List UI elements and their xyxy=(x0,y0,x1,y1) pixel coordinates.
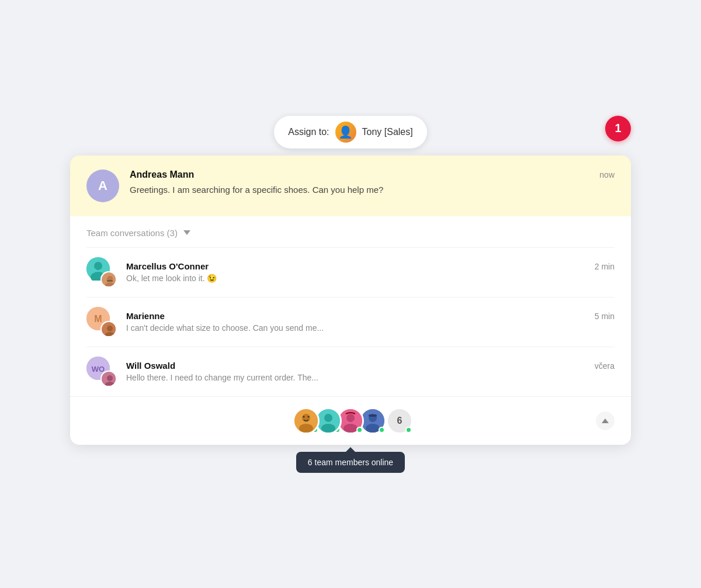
team-conversations-label: Team conversations (3) xyxy=(86,228,178,238)
assign-agent-avatar: 👤 xyxy=(335,122,356,143)
team-conversations-header[interactable]: Team conversations (3) xyxy=(86,216,615,247)
chevron-down-icon xyxy=(183,230,190,235)
online-avatars-group[interactable]: 6 xyxy=(293,407,408,434)
online-avatar-1 xyxy=(293,407,320,434)
conv-preview-marienne: I can't decide what size to choose. Can … xyxy=(126,323,615,333)
svg-rect-6 xyxy=(107,280,113,282)
conversation-item-marcellus[interactable]: Marcellus O'Conner 2 min Ok, let me look… xyxy=(86,247,615,297)
conv-time-will: včera xyxy=(595,361,615,371)
svg-text:WO: WO xyxy=(92,365,105,373)
tooltip-wrapper: 6 team members online xyxy=(70,452,631,473)
bottom-bar: 6 xyxy=(70,396,631,445)
svg-point-26 xyxy=(346,414,355,422)
conv-content-marienne: Marienne 5 min I can't decide what size … xyxy=(126,311,615,333)
online-members-tooltip: 6 team members online xyxy=(296,452,405,473)
conv-time-marienne: 5 min xyxy=(595,312,615,321)
online-dot-count xyxy=(405,427,412,433)
conv-avatar-will: WO xyxy=(86,357,117,387)
notification-badge[interactable]: 1 xyxy=(605,116,631,141)
svg-point-10 xyxy=(107,326,113,331)
conv-preview-will: Hello there. I need to change my current… xyxy=(126,373,615,382)
assign-bar[interactable]: Assign to: 👤 Tony [Sales] xyxy=(274,116,426,148)
conversation-item-marienne[interactable]: M Marienne 5 min xyxy=(86,297,615,347)
highlight-message-row[interactable]: A Andreas Mann now Greetings. I am searc… xyxy=(70,155,631,216)
conv-avatar-marcellus xyxy=(86,257,117,288)
collapse-button[interactable] xyxy=(596,411,615,430)
sender-name: Andreas Mann xyxy=(130,170,194,180)
online-dot-4 xyxy=(379,427,385,433)
assign-agent-name: Tony [Sales] xyxy=(362,127,413,137)
message-body: Greetings. I am searching for a specific… xyxy=(130,184,615,197)
conv-name-marcellus: Marcellus O'Conner xyxy=(126,261,209,271)
conv-avatar-marienne: M xyxy=(86,307,117,337)
svg-text:M: M xyxy=(94,314,102,324)
main-container: Assign to: 👤 Tony [Sales] 1 A Andreas Ma… xyxy=(70,116,631,473)
main-card: A Andreas Mann now Greetings. I am searc… xyxy=(70,155,631,445)
svg-point-23 xyxy=(324,414,332,422)
chevron-up-icon xyxy=(602,418,609,423)
conv-content-will: Will Oswald včera Hello there. I need to… xyxy=(126,361,615,382)
message-timestamp: now xyxy=(599,170,615,179)
conv-name-marienne: Marienne xyxy=(126,311,165,321)
conversation-item-will[interactable]: WO Will Oswald včera xyxy=(86,347,615,396)
sender-avatar: A xyxy=(86,170,119,202)
team-conversations-section: Team conversations (3) xyxy=(70,216,631,396)
conv-time-marcellus: 2 min xyxy=(595,262,615,271)
svg-point-21 xyxy=(308,416,310,417)
assign-bar-wrapper: Assign to: 👤 Tony [Sales] 1 xyxy=(70,116,631,148)
conv-name-will: Will Oswald xyxy=(126,361,175,371)
conv-preview-marcellus: Ok, let me look into it. 😉 xyxy=(126,274,615,283)
svg-point-1 xyxy=(94,262,102,270)
svg-rect-31 xyxy=(369,414,377,417)
highlight-header: Andreas Mann now xyxy=(130,170,615,180)
svg-point-15 xyxy=(107,375,113,381)
online-dot-3 xyxy=(356,427,363,433)
svg-point-20 xyxy=(303,416,305,417)
online-count-badge: 6 xyxy=(384,407,413,434)
highlight-content: Andreas Mann now Greetings. I am searchi… xyxy=(130,170,615,197)
assign-label: Assign to: xyxy=(288,127,329,137)
conv-content-marcellus: Marcellus O'Conner 2 min Ok, let me look… xyxy=(126,261,615,283)
